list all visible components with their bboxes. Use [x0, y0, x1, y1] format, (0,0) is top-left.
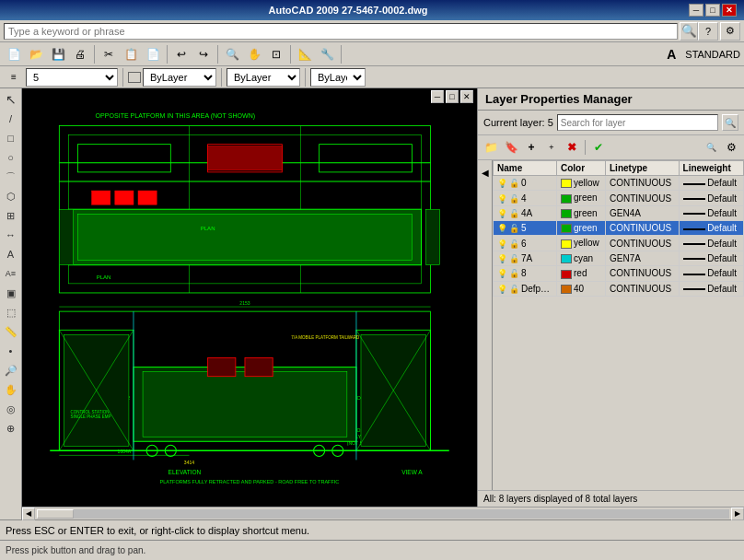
- layer-dropdown[interactable]: 5: [26, 68, 118, 87]
- layer-table-row[interactable]: 💡🔓4greenCONTINUOUS Default: [494, 191, 744, 205]
- col-color[interactable]: Color: [557, 161, 606, 176]
- rectangle-tool[interactable]: □: [2, 129, 20, 147]
- print-button[interactable]: 🖨: [70, 44, 90, 64]
- workspaces-icon[interactable]: A: [661, 44, 681, 64]
- open-button[interactable]: 📂: [26, 44, 46, 64]
- text-tool[interactable]: A: [2, 245, 20, 263]
- col-lineweight[interactable]: Lineweight: [679, 161, 743, 176]
- col-name[interactable]: Name: [494, 161, 557, 176]
- search-button[interactable]: 🔍: [680, 22, 698, 41]
- maximize-button[interactable]: □: [705, 4, 720, 17]
- drawing-minimize-button[interactable]: ─: [431, 90, 444, 103]
- color-swatch: [128, 72, 141, 83]
- svg-rect-11: [92, 191, 110, 204]
- horizontal-scrollbar[interactable]: ◀ ▶: [22, 507, 744, 519]
- redo-button[interactable]: ↪: [193, 44, 214, 64]
- copy-button[interactable]: 📋: [121, 44, 141, 64]
- layer-toolbar: 📁 🔖 + + ✖ ✔ 🔍 ⚙: [478, 135, 744, 160]
- new-layer-button[interactable]: 📁: [482, 138, 500, 157]
- svg-text:PLATFORMS FULLY RETRACTED AND : PLATFORMS FULLY RETRACTED AND PARKED - R…: [160, 479, 340, 484]
- layer-color-cell: green: [557, 205, 606, 220]
- scroll-thumb-h[interactable]: [37, 509, 74, 519]
- search-input[interactable]: [4, 23, 678, 40]
- mtext-tool[interactable]: A≡: [2, 264, 20, 283]
- zoom-button[interactable]: 🔍: [222, 44, 242, 64]
- linetype-dropdown[interactable]: ByLayer: [227, 68, 300, 87]
- layer-panel: Layer Properties Manager Current layer: …: [477, 88, 744, 507]
- drawing-close-button[interactable]: ✕: [460, 90, 473, 103]
- paste-button[interactable]: 📄: [143, 44, 163, 64]
- layer-filter-button[interactable]: 🔍: [702, 138, 720, 157]
- layer-table-row[interactable]: 💡🔓6yellowCONTINUOUS Default: [494, 236, 744, 251]
- add-layer-vp-button[interactable]: +: [542, 138, 561, 157]
- close-button[interactable]: ✕: [722, 4, 737, 17]
- minimize-button[interactable]: ─: [689, 4, 703, 17]
- layer-table-row[interactable]: 💡🔓7AcyanGEN7A Default: [494, 251, 744, 265]
- drawing-restore-button[interactable]: □: [446, 90, 459, 103]
- scroll-right-button[interactable]: ▶: [731, 508, 744, 520]
- pan-realtime[interactable]: ✋: [2, 380, 20, 399]
- scroll-track-h[interactable]: [37, 509, 729, 519]
- arc-tool[interactable]: ⌒: [2, 168, 20, 186]
- layer-table-row[interactable]: 💡🔓4AgreenGEN4A Default: [494, 205, 744, 220]
- wblock-tool[interactable]: ⬚: [2, 303, 20, 321]
- layer-lineweight-cell: Default: [679, 236, 743, 251]
- dimension-tool[interactable]: ↔: [2, 226, 20, 244]
- set-current-button[interactable]: ✔: [589, 138, 608, 157]
- undo-button[interactable]: ↩: [171, 44, 192, 64]
- add-layer-button[interactable]: +: [522, 138, 541, 157]
- save-button[interactable]: 💾: [48, 44, 68, 64]
- line-tool[interactable]: /: [2, 110, 20, 128]
- help-button[interactable]: ?: [698, 22, 718, 41]
- zoom-extent-button[interactable]: ⊡: [266, 44, 286, 64]
- elevation-label-text: ELEVATION: [169, 469, 202, 475]
- col-linetype[interactable]: Linetype: [606, 161, 680, 176]
- layer-table-container[interactable]: Name Color Linetype Lineweight 💡🔓0yellow…: [493, 160, 744, 490]
- layer-name-cell: 💡🔓4: [494, 191, 557, 205]
- hatch-tool[interactable]: ⊞: [2, 206, 20, 225]
- color-dropdown[interactable]: ByLayer: [143, 68, 216, 87]
- layer-color-cell: cyan: [557, 251, 606, 265]
- left-toolbar: ↖ / □ ○ ⌒ ⬡ ⊞ ↔ A A≡ ▣ ⬚ 📏 • 🔎 ✋ ◎ ⊕: [0, 88, 22, 519]
- layer-linetype-cell: CONTINUOUS: [606, 266, 680, 281]
- svg-rect-35: [143, 372, 347, 438]
- drawing-area[interactable]: OPPOSITE PLATFORM IN THIS AREA (NOT SHOW…: [22, 88, 477, 507]
- grip-tool[interactable]: ⊕: [2, 419, 20, 438]
- pan-button[interactable]: ✋: [244, 44, 264, 64]
- options-button[interactable]: ⚙: [720, 22, 740, 41]
- layer-states-button[interactable]: 🔖: [502, 138, 520, 157]
- layer-table-row[interactable]: 💡🔓Defp…40CONTINUOUS Default: [494, 281, 744, 296]
- layer-name-cell: 💡🔓7A: [494, 251, 557, 265]
- new-button[interactable]: 📄: [4, 44, 24, 64]
- layer-collapse-button[interactable]: ◀: [478, 160, 493, 490]
- cut-button[interactable]: ✂: [99, 44, 119, 64]
- layer-lineweight-cell: Default: [679, 266, 743, 281]
- select-tool[interactable]: ↖: [2, 90, 20, 109]
- svg-text:PLAN: PLAN: [201, 226, 215, 231]
- polygon-tool[interactable]: ⬡: [2, 187, 20, 205]
- layer-search-input[interactable]: [557, 114, 718, 131]
- osnap-tool[interactable]: ◎: [2, 400, 20, 418]
- layer-search-button[interactable]: 🔍: [722, 114, 738, 131]
- properties-button[interactable]: 📐: [295, 44, 315, 64]
- circle-tool[interactable]: ○: [2, 148, 20, 167]
- layer-settings-button[interactable]: ⚙: [722, 138, 740, 157]
- svg-rect-16: [59, 209, 73, 264]
- svg-rect-48: [245, 358, 273, 377]
- svg-rect-13: [138, 191, 157, 204]
- layer-linetype-cell: CONTINUOUS: [606, 221, 680, 236]
- match-prop-button[interactable]: 🔧: [317, 44, 337, 64]
- layer-table-row[interactable]: 💡🔓8redCONTINUOUS Default: [494, 266, 744, 281]
- prop-sep1: [122, 68, 123, 87]
- measure-tool[interactable]: 📏: [2, 322, 20, 341]
- cad-drawing: OPPOSITE PLATFORM IN THIS AREA (NOT SHOW…: [22, 88, 477, 507]
- zoom-realtime[interactable]: 🔎: [2, 361, 20, 379]
- layer-table-row[interactable]: 💡🔓5greenCONTINUOUS Default: [494, 221, 744, 236]
- layer-table-row[interactable]: 💡🔓0yellowCONTINUOUS Default: [494, 176, 744, 191]
- lineweight-dropdown[interactable]: ByLayer: [310, 68, 366, 87]
- layer-color-cell: 40: [557, 281, 606, 296]
- point-tool[interactable]: •: [2, 342, 20, 360]
- scroll-left-button[interactable]: ◀: [22, 508, 35, 520]
- block-tool[interactable]: ▣: [2, 284, 20, 302]
- delete-layer-button[interactable]: ✖: [563, 138, 581, 157]
